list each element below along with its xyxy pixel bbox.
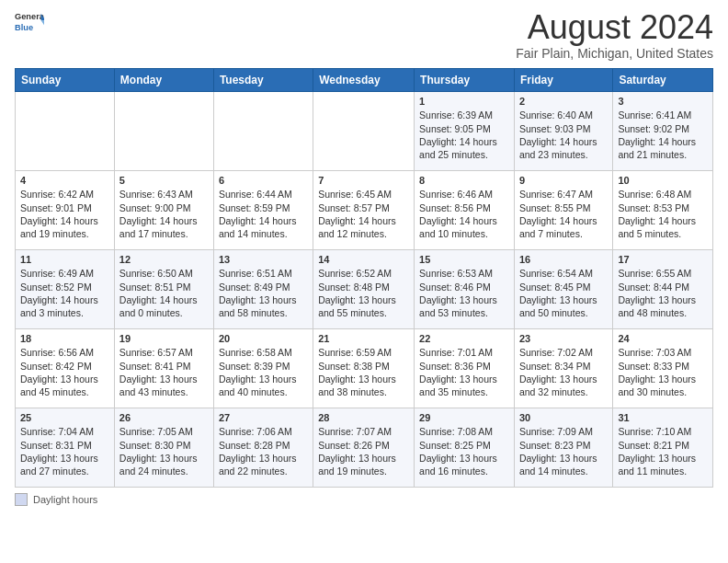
calendar-cell-w5d0: 25Sunrise: 7:04 AMSunset: 8:31 PMDayligh…: [16, 408, 115, 487]
day-detail: and 25 minutes.: [419, 148, 509, 161]
day-number: 29: [419, 411, 509, 425]
day-number: 31: [618, 411, 708, 425]
day-detail: Sunset: 8:30 PM: [119, 439, 209, 452]
day-detail: and 0 minutes.: [119, 306, 209, 319]
day-detail: and 7 minutes.: [519, 227, 608, 240]
day-number: 17: [618, 253, 708, 267]
day-detail: Sunset: 8:33 PM: [618, 360, 708, 373]
day-detail: and 32 minutes.: [519, 385, 608, 398]
day-detail: Sunset: 8:21 PM: [618, 439, 708, 452]
day-detail: Sunset: 9:03 PM: [519, 122, 608, 135]
day-detail: Sunset: 8:53 PM: [618, 201, 708, 214]
col-saturday: Saturday: [613, 68, 713, 91]
day-number: 26: [119, 411, 209, 425]
day-detail: Sunset: 8:34 PM: [519, 360, 608, 373]
calendar-cell-w5d6: 31Sunrise: 7:10 AMSunset: 8:21 PMDayligh…: [613, 408, 713, 487]
day-number: 8: [419, 174, 509, 188]
calendar-cell-w4d1: 19Sunrise: 6:57 AMSunset: 8:41 PMDayligh…: [114, 328, 213, 408]
day-detail: Sunset: 8:48 PM: [318, 281, 409, 293]
calendar-cell-w1d5: 2Sunrise: 6:40 AMSunset: 9:03 PMDaylight…: [514, 91, 612, 170]
day-detail: Daylight: 13 hours: [119, 452, 209, 465]
day-detail: Daylight: 14 hours: [618, 135, 708, 148]
calendar-cell-w2d0: 4Sunrise: 6:42 AMSunset: 9:01 PMDaylight…: [16, 170, 115, 249]
location: Fair Plain, Michigan, United States: [516, 46, 713, 61]
day-number: 1: [419, 95, 509, 109]
day-number: 10: [618, 174, 708, 188]
day-detail: Sunrise: 6:47 AM: [519, 188, 608, 201]
day-detail: Daylight: 13 hours: [519, 293, 608, 306]
day-detail: Daylight: 13 hours: [318, 293, 409, 306]
header: General Blue August 2024 Fair Plain, Mic…: [15, 9, 713, 61]
day-detail: and 14 minutes.: [219, 227, 308, 240]
day-number: 12: [119, 253, 209, 267]
footer-label: Daylight hours: [33, 494, 97, 505]
day-detail: Daylight: 13 hours: [20, 373, 109, 385]
day-detail: Sunrise: 7:04 AM: [20, 425, 109, 438]
day-detail: Sunset: 8:51 PM: [119, 281, 209, 293]
day-detail: Daylight: 13 hours: [219, 373, 308, 385]
day-detail: Sunset: 8:56 PM: [419, 201, 509, 214]
day-detail: Sunrise: 7:05 AM: [119, 425, 209, 438]
day-detail: and 45 minutes.: [20, 385, 109, 398]
day-detail: Daylight: 14 hours: [20, 293, 109, 306]
day-detail: and 12 minutes.: [318, 227, 409, 240]
day-detail: and 35 minutes.: [419, 385, 509, 398]
calendar-week-4: 18Sunrise: 6:56 AMSunset: 8:42 PMDayligh…: [16, 328, 713, 408]
day-detail: Sunset: 8:23 PM: [519, 439, 608, 452]
day-detail: Sunrise: 6:52 AM: [318, 267, 409, 280]
footer: Daylight hours: [15, 493, 713, 506]
day-detail: and 19 minutes.: [318, 465, 409, 477]
day-detail: and 21 minutes.: [618, 148, 708, 161]
day-detail: Sunrise: 7:06 AM: [219, 425, 308, 438]
day-detail: Sunrise: 7:07 AM: [318, 425, 409, 438]
day-detail: Sunset: 8:26 PM: [318, 439, 409, 452]
day-detail: Sunset: 8:38 PM: [318, 360, 409, 373]
day-detail: Sunrise: 6:53 AM: [419, 267, 509, 280]
day-detail: and 24 minutes.: [119, 465, 209, 477]
day-detail: Sunrise: 7:10 AM: [618, 425, 708, 438]
day-detail: and 55 minutes.: [318, 306, 409, 319]
day-detail: Sunrise: 6:43 AM: [119, 188, 209, 201]
day-detail: Daylight: 13 hours: [419, 293, 509, 306]
day-detail: Sunset: 9:00 PM: [119, 201, 209, 214]
calendar-cell-w5d1: 26Sunrise: 7:05 AMSunset: 8:30 PMDayligh…: [114, 408, 213, 487]
day-detail: Sunset: 8:52 PM: [20, 281, 109, 293]
day-detail: Daylight: 14 hours: [519, 135, 608, 148]
day-detail: Sunset: 8:39 PM: [219, 360, 308, 373]
calendar-cell-w5d3: 28Sunrise: 7:07 AMSunset: 8:26 PMDayligh…: [313, 408, 415, 487]
day-detail: and 27 minutes.: [20, 465, 109, 477]
day-number: 5: [119, 174, 209, 188]
day-detail: Sunset: 8:25 PM: [419, 439, 509, 452]
day-detail: and 23 minutes.: [519, 148, 608, 161]
logo-icon: General Blue: [15, 9, 44, 35]
day-detail: Sunrise: 6:57 AM: [119, 346, 209, 359]
day-detail: Sunset: 8:46 PM: [419, 281, 509, 293]
calendar-header-row: Sunday Monday Tuesday Wednesday Thursday…: [16, 68, 713, 91]
day-detail: and 53 minutes.: [419, 306, 509, 319]
day-detail: Sunrise: 6:48 AM: [618, 188, 708, 201]
day-detail: and 58 minutes.: [219, 306, 308, 319]
day-detail: Sunrise: 6:49 AM: [20, 267, 109, 280]
day-detail: Sunset: 9:01 PM: [20, 201, 109, 214]
calendar-cell-w2d5: 9Sunrise: 6:47 AMSunset: 8:55 PMDaylight…: [514, 170, 612, 249]
day-detail: Daylight: 14 hours: [419, 135, 509, 148]
calendar-week-2: 4Sunrise: 6:42 AMSunset: 9:01 PMDaylight…: [16, 170, 713, 249]
day-detail: Sunrise: 6:50 AM: [119, 267, 209, 280]
day-number: 25: [20, 411, 109, 425]
day-detail: Sunrise: 6:39 AM: [419, 109, 509, 121]
page: General Blue August 2024 Fair Plain, Mic…: [0, 0, 728, 563]
logo: General Blue: [15, 9, 44, 35]
day-detail: and 38 minutes.: [318, 385, 409, 398]
day-detail: Daylight: 13 hours: [519, 452, 608, 465]
day-detail: Sunset: 8:55 PM: [519, 201, 608, 214]
day-detail: Daylight: 14 hours: [119, 214, 209, 227]
daylight-legend-box: [15, 493, 28, 506]
col-sunday: Sunday: [16, 68, 115, 91]
col-monday: Monday: [114, 68, 213, 91]
calendar-cell-w5d5: 30Sunrise: 7:09 AMSunset: 8:23 PMDayligh…: [514, 408, 612, 487]
day-detail: Sunrise: 7:08 AM: [419, 425, 509, 438]
day-detail: and 10 minutes.: [419, 227, 509, 240]
day-detail: Sunrise: 7:03 AM: [618, 346, 708, 359]
svg-text:Blue: Blue: [15, 23, 33, 32]
day-detail: Sunset: 8:49 PM: [219, 281, 308, 293]
